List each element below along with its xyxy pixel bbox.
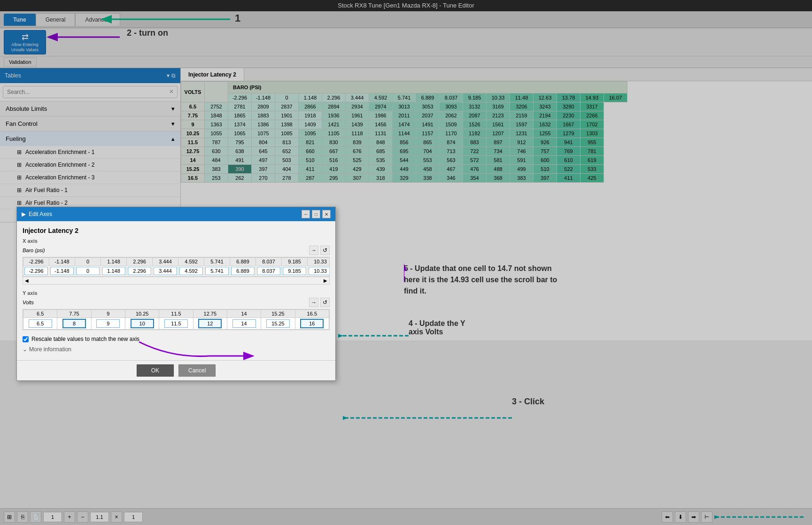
y-axis-table: 6.5 7.75 9 10.25 11.5 12.75 14 15.25 16.… [23,309,329,330]
x-value-input[interactable] [24,267,48,275]
y-axis-subheader: Volts → ↺ [23,298,330,307]
x-header-cell: 3.444 [153,258,178,266]
y-header-cell: 16.5 [295,310,329,318]
x-header-cell: 9.185 [282,258,308,266]
x-header-cell: 1.148 [101,258,127,266]
cancel-button[interactable]: Cancel [178,364,216,377]
x-value-input[interactable] [128,267,151,275]
y-header-cell: 6.5 [23,310,57,318]
x-axis-arrow-right[interactable]: → [309,246,318,255]
modal-minimize-button[interactable]: ─ [302,210,310,218]
y-value-input[interactable] [232,319,256,328]
x-axis-name: Baro (psi) [23,247,45,253]
y-axis-reset[interactable]: ↺ [320,298,330,307]
rescale-label: Rescale table values to match the new ax… [31,336,139,342]
y-value-input[interactable] [164,319,188,328]
rescale-checkbox[interactable] [23,336,29,342]
x-value-input[interactable] [76,267,100,275]
scroll-right-icon[interactable]: ▶ [324,278,327,283]
y-axis-table-wrap: 6.5 7.75 9 10.25 11.5 12.75 14 15.25 16.… [23,309,330,330]
y-header-cell: 12.75 [193,310,227,318]
x-value-input[interactable] [50,267,74,275]
x-axis-label: X axis [23,238,330,244]
x-axis-tools: → ↺ [309,246,330,255]
x-header-cell: 6.889 [230,258,256,266]
modal-close-button[interactable]: ✕ [322,210,331,218]
injector-title: Injector Latency 2 [23,227,330,234]
modal-footer: OK Cancel [17,360,335,380]
x-axis-section: X axis Baro (psi) → ↺ -2.296 -1.148 0 [23,238,330,285]
y-value-input[interactable] [131,319,154,328]
y-value-input[interactable] [96,319,120,328]
chevron-down-icon: ⌄ [23,346,27,353]
ok-button[interactable]: OK [137,364,174,377]
modal-maximize-button[interactable]: □ [312,210,320,218]
x-axis-table-wrap: -2.296 -1.148 0 1.148 2.296 3.444 4.592 … [23,257,330,285]
x-header-cell: 4.592 [178,258,204,266]
x-value-input[interactable] [179,267,203,275]
more-info-label: More information [29,346,71,353]
x-axis-table: -2.296 -1.148 0 1.148 2.296 3.444 4.592 … [23,257,330,277]
y-value-input[interactable] [62,319,86,328]
y-header-cell: 15.25 [261,310,295,318]
x-header-cell: 0 [75,258,101,266]
x-value-input[interactable] [205,267,229,275]
x-header-cell: 5.741 [204,258,230,266]
x-header-cell: -2.296 [23,258,49,266]
y-header-cell: 11.5 [159,310,193,318]
x-value-input[interactable] [154,267,177,275]
modal-title: Edit Axes [29,211,52,217]
x-header-cell: 8.037 [256,258,282,266]
y-value-input[interactable] [29,319,52,328]
edit-axes-modal: ▶ Edit Axes ─ □ ✕ Injector Latency 2 X a… [16,207,336,381]
x-header-cell: -1.148 [49,258,75,266]
x-axis-reset[interactable]: ↺ [320,246,330,255]
modal-controls: ─ □ ✕ [302,210,331,218]
y-header-cell: 14 [227,310,261,318]
y-value-input[interactable] [300,319,324,328]
y-header-cell: 10.25 [125,310,159,318]
x-axis-subheader: Baro (psi) → ↺ [23,246,330,255]
x-value-input[interactable] [102,267,125,275]
scroll-left-icon[interactable]: ◀ [25,278,29,283]
y-header-cell: 9 [91,310,125,318]
x-value-input[interactable] [283,267,306,275]
y-value-input[interactable] [198,319,222,328]
x-value-input[interactable] [231,267,255,275]
modal-titlebar: ▶ Edit Axes ─ □ ✕ [17,207,335,221]
y-axis-name: Volts [23,300,34,305]
y-axis-arrow-right[interactable]: → [309,298,318,307]
x-value-input[interactable] [257,267,280,275]
y-axis-label: Y axis [23,290,330,296]
y-value-input[interactable] [266,319,290,328]
modal-icon: ▶ [22,211,26,217]
x-value-input[interactable] [309,267,330,275]
y-header-cell: 7.75 [57,310,91,318]
y-axis-section: Y axis Volts → ↺ 6.5 7.75 9 10.25 [23,290,330,330]
step3-inner-arrow [134,337,266,361]
modal-overlay: ▶ Edit Axes ─ □ ✕ Injector Latency 2 X a… [0,0,812,525]
x-header-cell: 10.33 [308,258,330,266]
y-axis-tools: → ↺ [309,298,330,307]
x-header-cell: 2.296 [127,258,153,266]
x-scroll-bar[interactable]: ◀ ▶ [23,277,329,284]
